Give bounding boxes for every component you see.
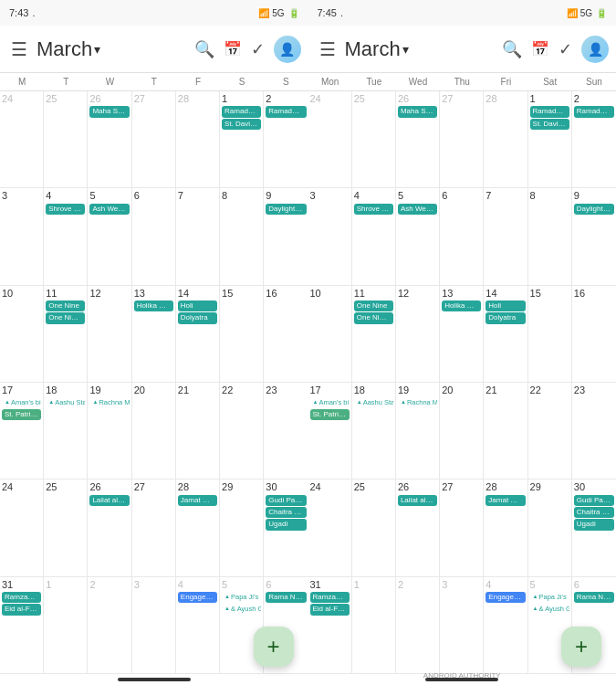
cell-4-4[interactable]: 28Jamat Ul-Vi [176, 480, 220, 575]
cell-4-4[interactable]: 28Jamat Ul-Vi [484, 480, 527, 575]
event-5-4-0[interactable]: Engagement [178, 592, 217, 603]
cell-0-1[interactable]: 25 [352, 91, 396, 187]
cell-5-3[interactable]: 3 [132, 577, 176, 673]
event-4-4-0[interactable]: Jamat Ul-Vi [485, 495, 525, 506]
cell-0-5[interactable]: 1Ramadan St..St. David's D [220, 91, 264, 187]
cell-3-1[interactable]: 18Aashu Sta [44, 383, 88, 479]
event-5-0-1[interactable]: Eid al-Fitr (… [2, 604, 41, 615]
event-5-5-1[interactable]: & Ayush Go [222, 604, 261, 615]
cell-1-1[interactable]: 4Shrove Tues [352, 188, 396, 284]
cell-1-5[interactable]: 8 [220, 188, 264, 284]
calendar-icon-left[interactable]: 📅 [224, 40, 242, 58]
event-0-2-0[interactable]: Maha Shivar [89, 106, 129, 117]
event-3-0-1[interactable]: St. Patrick's [310, 409, 350, 420]
cell-4-0[interactable]: 24 [0, 480, 44, 575]
cell-1-5[interactable]: 8 [528, 188, 572, 284]
event-3-0-0[interactable]: Aman's bi [2, 397, 41, 408]
cell-4-6[interactable]: 30Gudi PadwaChaitra SukUgadi [264, 480, 308, 575]
cell-2-0[interactable]: 10 [308, 286, 352, 382]
event-4-6-1[interactable]: Chaitra Suk [574, 507, 614, 518]
cell-1-3[interactable]: 6 [440, 188, 484, 284]
event-1-2-0[interactable]: Ash Wednes [398, 204, 437, 215]
cell-0-2[interactable]: 26Maha Shivar [396, 91, 440, 187]
event-5-4-0[interactable]: Engagement [485, 592, 525, 603]
event-4-2-0[interactable]: Lailat al-Qis [398, 495, 437, 506]
cell-5-1[interactable]: 1 [44, 577, 88, 673]
dropdown-icon-right[interactable]: ▾ [402, 42, 409, 57]
cell-1-3[interactable]: 6 [132, 188, 176, 284]
event-5-6-0[interactable]: Rama Navar [574, 592, 614, 603]
event-2-1-0[interactable]: One Nine [46, 300, 85, 311]
cell-4-1[interactable]: 25 [352, 480, 396, 575]
cell-2-1[interactable]: 11One NineOne Nine Ei [352, 286, 396, 382]
cell-4-5[interactable]: 29 [528, 480, 572, 575]
cell-2-3[interactable]: 13Holika Daha [132, 286, 176, 382]
event-3-0-0[interactable]: Aman's bi [310, 397, 350, 408]
avatar-right[interactable]: 👤 [581, 36, 609, 63]
event-1-1-0[interactable]: Shrove Tues [46, 204, 85, 215]
event-2-3-0[interactable]: Holika Daha [442, 300, 481, 311]
event-0-6-0[interactable]: Ramadan St.. [266, 106, 306, 117]
cell-3-1[interactable]: 18Aashu Sta [352, 383, 396, 479]
cell-3-5[interactable]: 22 [528, 383, 572, 479]
cell-1-1[interactable]: 4Shrove Tues [44, 188, 88, 284]
event-3-2-0[interactable]: Rachna M [398, 397, 437, 408]
cell-5-2[interactable]: 2 [396, 577, 440, 673]
menu-icon-right[interactable]: ☰ [316, 35, 339, 64]
cell-2-5[interactable]: 15 [220, 286, 264, 382]
cell-1-2[interactable]: 5Ash Wednes [396, 188, 440, 284]
cell-1-0[interactable]: 3 [0, 188, 44, 284]
cell-3-0[interactable]: 17Aman's biSt. Patrick's [308, 383, 352, 479]
cell-3-5[interactable]: 22 [220, 383, 264, 479]
event-0-2-0[interactable]: Maha Shivar [398, 106, 437, 117]
search-icon-left[interactable]: 🔍 [194, 39, 214, 59]
cell-3-6[interactable]: 23 [264, 383, 308, 479]
cell-1-4[interactable]: 7 [484, 188, 527, 284]
event-5-0-0[interactable]: Ramzan Id/E [2, 592, 41, 603]
calendar-icon-right[interactable]: 📅 [531, 40, 549, 58]
event-4-6-0[interactable]: Gudi Padwa [574, 495, 614, 506]
dropdown-icon-left[interactable]: ▾ [94, 42, 100, 57]
event-2-1-1[interactable]: One Nine Ei [46, 312, 85, 323]
cell-0-1[interactable]: 25 [44, 91, 88, 187]
cell-4-2[interactable]: 26Lailat al-Qis [396, 480, 440, 575]
event-0-5-0[interactable]: Ramadan St.. [530, 106, 569, 117]
cell-5-4[interactable]: 4Engagement [484, 577, 527, 673]
cell-4-0[interactable]: 24 [308, 480, 352, 575]
cell-0-4[interactable]: 28 [176, 91, 220, 187]
event-2-4-0[interactable]: Holi [178, 300, 217, 311]
cell-1-2[interactable]: 5Ash Wednes [88, 188, 131, 284]
cell-2-4[interactable]: 14HoliDolyatra [484, 286, 527, 382]
cell-5-2[interactable]: 2 [88, 577, 131, 673]
menu-icon-left[interactable]: ☰ [7, 35, 31, 64]
event-4-4-0[interactable]: Jamat Ul-Vi [178, 495, 217, 506]
cell-5-1[interactable]: 1 [352, 577, 396, 673]
event-5-5-0[interactable]: Papa Ji's [222, 592, 261, 603]
event-4-6-2[interactable]: Ugadi [574, 519, 614, 530]
event-4-6-2[interactable]: Ugadi [266, 519, 306, 530]
event-5-0-1[interactable]: Eid al-Fitr (… [310, 604, 350, 615]
cell-1-6[interactable]: 9Daylight Sav [264, 188, 308, 284]
cell-0-2[interactable]: 26Maha Shivar [88, 91, 131, 187]
cell-5-0[interactable]: 31Ramzan Id/EEid al-Fitr (… [0, 577, 44, 673]
cell-3-3[interactable]: 20 [440, 383, 484, 479]
cell-2-6[interactable]: 16 [264, 286, 308, 382]
cell-1-6[interactable]: 9Daylight Sav [572, 188, 616, 284]
event-3-2-0[interactable]: Rachna M [89, 397, 129, 408]
event-1-6-0[interactable]: Daylight Sav [266, 204, 306, 215]
cell-0-0[interactable]: 24 [0, 91, 44, 187]
cell-3-3[interactable]: 20 [132, 383, 176, 479]
event-3-1-0[interactable]: Aashu Sta [46, 397, 85, 408]
search-icon-right[interactable]: 🔍 [502, 39, 522, 59]
cell-2-2[interactable]: 12 [88, 286, 131, 382]
cell-3-2[interactable]: 19Rachna M [396, 383, 440, 479]
event-3-1-0[interactable]: Aashu Sta [354, 397, 393, 408]
tasks-icon-left[interactable]: ✓ [251, 39, 265, 59]
fab-right[interactable]: + [561, 627, 601, 667]
cell-2-4[interactable]: 14HoliDolyatra [176, 286, 220, 382]
event-2-1-0[interactable]: One Nine [354, 300, 393, 311]
event-5-0-0[interactable]: Ramzan Id/E [310, 592, 350, 603]
cell-5-0[interactable]: 31Ramzan Id/EEid al-Fitr (… [308, 577, 352, 673]
event-4-6-0[interactable]: Gudi Padwa [266, 495, 306, 506]
cell-1-4[interactable]: 7 [176, 188, 220, 284]
